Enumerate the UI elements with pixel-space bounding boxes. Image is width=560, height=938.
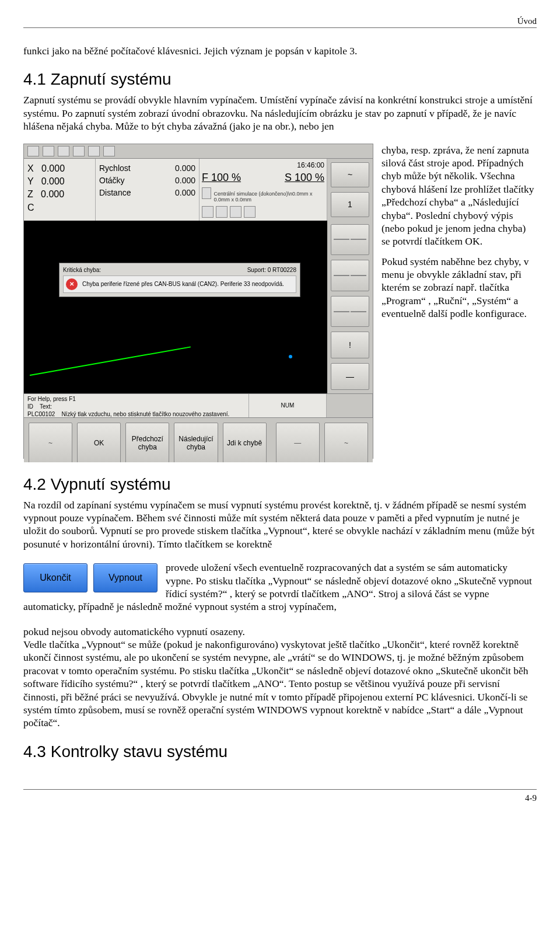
mid-otacky: 0.000 bbox=[175, 175, 195, 187]
error-title: Kritická chyba: bbox=[63, 267, 101, 273]
error-suport: Suport: 0 RT00228 bbox=[247, 267, 296, 273]
side-btn[interactable]: ~ bbox=[331, 162, 369, 187]
error-dialog: Kritická chyba: Suport: 0 RT00228 ✕ Chyb… bbox=[59, 263, 300, 297]
side-btn[interactable] bbox=[331, 260, 369, 291]
coord-label: X bbox=[27, 163, 41, 173]
next-error-button[interactable]: Následující chyba bbox=[174, 423, 218, 462]
fs-icon bbox=[230, 206, 242, 218]
cnc-screenshot: X 0.000 Y 0.000 Z 0.000 C Rychlost0.000 … bbox=[23, 144, 373, 459]
side-btn[interactable]: ! bbox=[331, 332, 369, 358]
bottom-btn[interactable]: — bbox=[276, 423, 320, 462]
cnc-toolbar bbox=[24, 144, 373, 159]
sec42-tail: pokud nejsou obvody automatického vypnut… bbox=[23, 625, 537, 730]
goto-error-button[interactable]: Jdi k chybě bbox=[223, 423, 267, 462]
coord-label: C bbox=[27, 203, 34, 212]
viewport-origin bbox=[289, 355, 292, 358]
status-right bbox=[327, 394, 373, 417]
intro-paragraph: funkci jako na běžné počítačové klávesni… bbox=[23, 44, 537, 57]
coord-label: Y bbox=[27, 176, 41, 186]
header-section: Úvod bbox=[517, 16, 537, 26]
page-footer: 4-9 bbox=[23, 789, 537, 803]
blue-buttons: Ukončit Vypnout bbox=[23, 563, 158, 592]
toolbar-icon bbox=[58, 146, 69, 156]
page-number: 4-9 bbox=[525, 793, 537, 803]
toolbar-icon bbox=[103, 146, 115, 156]
coord-z: 0.000 bbox=[41, 189, 64, 199]
prev-error-button[interactable]: Předchozí chyba bbox=[125, 423, 169, 462]
status-plc-text: Nízký tlak vzduchu, nebo stisknuté tlačí… bbox=[61, 411, 229, 417]
clock: 16:46:00 bbox=[202, 161, 324, 169]
status-row: For Help, press F1 ID Text: PLC00102 Níz… bbox=[24, 393, 373, 417]
toolbar-icon bbox=[88, 146, 100, 156]
heading-4-2: 4.2 Vypnutí systému bbox=[23, 475, 537, 494]
bottom-buttons: ~ OK Předchozí chyba Následující chyba J… bbox=[24, 417, 373, 462]
status-help: For Help, press F1 bbox=[27, 396, 245, 402]
mid-label: Distance bbox=[99, 187, 131, 199]
status-num: NUM bbox=[249, 394, 327, 417]
heading-4-1: 4.1 Zapnutí systému bbox=[23, 70, 537, 89]
ukoncit-button[interactable]: Ukončit bbox=[23, 563, 88, 592]
spindle-value: S 100 % bbox=[285, 172, 324, 184]
status-id-label: ID bbox=[27, 403, 33, 410]
coord-label: Z bbox=[27, 189, 41, 199]
error-icon: ✕ bbox=[66, 278, 78, 290]
cnc-body-row: Kritická chyba: Suport: 0 RT00228 ✕ Chyb… bbox=[24, 221, 373, 393]
sec42-wrap: Ukončit Vypnout provede uložení všech ev… bbox=[23, 561, 537, 613]
sim-text: Centrální simulace (dokončeno)\n0.0mm x … bbox=[214, 191, 324, 203]
mid-label: Rychlost bbox=[99, 162, 131, 175]
viewport-path bbox=[30, 346, 191, 376]
fs-icon bbox=[244, 206, 256, 218]
fs-panel: 16:46:00 F 100 % S 100 % Centrální simul… bbox=[200, 159, 327, 221]
sec42-lead: Na rozdíl od zapínaní systému vypínačem … bbox=[23, 498, 537, 551]
side-buttons: ~ 1 bbox=[327, 159, 373, 221]
page-header: Úvod bbox=[23, 16, 537, 28]
side-buttons-tall: ! — bbox=[327, 221, 373, 393]
status-plc: PLC00102 bbox=[27, 411, 55, 417]
side-btn[interactable]: — bbox=[331, 363, 369, 390]
coords-panel: X 0.000 Y 0.000 Z 0.000 C bbox=[24, 159, 96, 221]
bottom-btn[interactable]: ~ bbox=[29, 423, 72, 462]
status-text-label: Text: bbox=[40, 403, 52, 410]
auto-icon bbox=[202, 187, 211, 199]
feed-value: F 100 % bbox=[202, 172, 241, 184]
cnc-viewport: Kritická chyba: Suport: 0 RT00228 ✕ Chyb… bbox=[24, 221, 327, 393]
mid-distance: 0.000 bbox=[175, 187, 195, 199]
cnc-top-row: X 0.000 Y 0.000 Z 0.000 C Rychlost0.000 … bbox=[24, 159, 373, 221]
side-btn[interactable]: 1 bbox=[331, 192, 369, 217]
mid-rychlost: 0.000 bbox=[175, 162, 195, 175]
fs-icon bbox=[202, 206, 214, 218]
sec41-wrap: X 0.000 Y 0.000 Z 0.000 C Rychlost0.000 … bbox=[23, 144, 537, 462]
fs-icon bbox=[216, 206, 228, 218]
coord-y: 0.000 bbox=[41, 176, 65, 186]
vypnout-button[interactable]: Vypnout bbox=[93, 563, 158, 592]
mid-label: Otáčky bbox=[99, 175, 125, 187]
toolbar-icon bbox=[73, 146, 85, 156]
sec41-lead: Zapnutí systému se provádí obvykle hlavn… bbox=[23, 93, 537, 132]
mid-panel: Rychlost0.000 Otáčky0.000 Distance0.000 bbox=[96, 159, 200, 221]
side-btn[interactable] bbox=[331, 296, 369, 327]
error-msg: Chyba periferie řízené přes CAN-BUS kaná… bbox=[82, 281, 284, 287]
toolbar-icon bbox=[27, 146, 39, 156]
ok-button[interactable]: OK bbox=[77, 423, 121, 462]
toolbar-icon bbox=[43, 146, 54, 156]
side-btn[interactable] bbox=[331, 224, 369, 256]
bottom-btn[interactable]: ~ bbox=[324, 423, 368, 462]
coord-x: 0.000 bbox=[41, 163, 65, 173]
heading-4-3: 4.3 Kontrolky stavu systému bbox=[23, 742, 537, 761]
